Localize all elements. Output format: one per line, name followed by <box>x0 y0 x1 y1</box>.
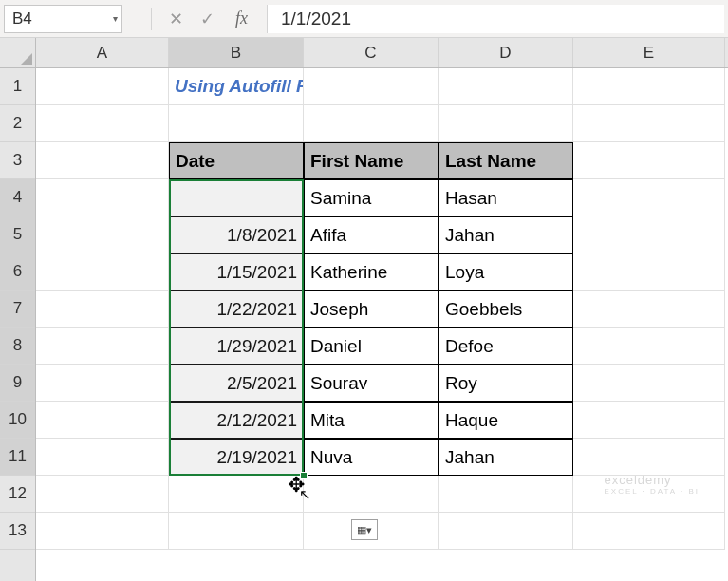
cell-C8[interactable]: Daniel <box>304 328 439 365</box>
cell-A12[interactable] <box>36 476 169 513</box>
spreadsheet-grid: 1 2 3 4 5 6 7 8 9 10 11 12 13 A B C D E … <box>0 38 728 581</box>
cell-E2[interactable] <box>573 105 725 142</box>
cell-A8[interactable] <box>36 328 169 365</box>
select-all-corner[interactable] <box>0 38 36 68</box>
cell-E5[interactable] <box>573 216 725 253</box>
cell-E6[interactable] <box>573 253 725 290</box>
cell-D11[interactable]: Jahan <box>439 439 573 476</box>
cell-B10[interactable]: 2/12/2021 <box>169 402 304 439</box>
cell-E10[interactable] <box>573 402 725 439</box>
column-headers: A B C D E <box>36 38 728 68</box>
formula-bar-row: B4 ▾ ✕ ✓ fx 1/1/2021 <box>0 0 728 38</box>
cell-B1[interactable]: Using Autofill Pattern <box>169 68 304 105</box>
cell-A11[interactable] <box>36 439 169 476</box>
name-box[interactable]: B4 ▾ <box>4 5 122 33</box>
cell-D4[interactable]: Hasan <box>439 179 573 216</box>
formula-value: 1/1/2021 <box>281 9 351 29</box>
confirm-icon[interactable]: ✓ <box>200 9 215 29</box>
cell-D12[interactable] <box>439 476 573 513</box>
cell-E4[interactable] <box>573 179 725 216</box>
cell-B7[interactable]: 1/22/2021 <box>169 290 304 328</box>
cell-C11[interactable]: Nuva <box>304 439 439 476</box>
row-header-3[interactable]: 3 <box>0 142 35 179</box>
cell-D8[interactable]: Defoe <box>439 328 573 365</box>
row-header-1[interactable]: 1 <box>0 68 35 105</box>
cell-A5[interactable] <box>36 216 169 253</box>
cell-D9[interactable]: Roy <box>439 365 573 402</box>
header-last[interactable]: Last Name <box>439 142 573 179</box>
row-header-2[interactable]: 2 <box>0 105 35 142</box>
cell-B13[interactable] <box>169 513 304 550</box>
row-header-12[interactable]: 12 <box>0 476 35 513</box>
row-header-9[interactable]: 9 <box>0 365 35 402</box>
autofill-options-button[interactable]: ▦▾ <box>351 519 378 540</box>
cell-C5[interactable]: Afifa <box>304 216 439 253</box>
cell-C1[interactable] <box>304 68 439 105</box>
header-first[interactable]: First Name <box>304 142 439 179</box>
cell-C10[interactable]: Mita <box>304 402 439 439</box>
cell-C6[interactable]: Katherine <box>304 253 439 290</box>
row-header-10[interactable]: 10 <box>0 402 35 439</box>
cell-A9[interactable] <box>36 365 169 402</box>
cell-B5[interactable]: 1/8/2021 <box>169 216 304 253</box>
cell-C7[interactable]: Joseph <box>304 290 439 328</box>
col-header-B[interactable]: B <box>169 38 304 67</box>
cell-C9[interactable]: Sourav <box>304 365 439 402</box>
cell-A10[interactable] <box>36 402 169 439</box>
col-header-C[interactable]: C <box>304 38 439 67</box>
cell-E1[interactable] <box>573 68 725 105</box>
row-header-6[interactable]: 6 <box>0 253 35 290</box>
name-box-dropdown-icon[interactable]: ▾ <box>113 13 118 24</box>
cells-area[interactable]: Using Autofill Pattern Date First Name L… <box>36 68 728 581</box>
col-header-A[interactable]: A <box>36 38 169 67</box>
cell-B4[interactable]: 1/1/2021 <box>169 179 304 216</box>
cell-A4[interactable] <box>36 179 169 216</box>
cell-D7[interactable]: Goebbels <box>439 290 573 328</box>
cell-B11[interactable]: 2/19/2021 <box>169 439 304 476</box>
row-header-5[interactable]: 5 <box>0 216 35 253</box>
row-header-13[interactable]: 13 <box>0 513 35 550</box>
cell-B12[interactable] <box>169 476 304 513</box>
cell-B2[interactable] <box>169 105 304 142</box>
formula-buttons: ✕ ✓ fx <box>141 8 261 30</box>
cell-B6[interactable]: 1/15/2021 <box>169 253 304 290</box>
row-header-8[interactable]: 8 <box>0 328 35 365</box>
name-box-value: B4 <box>12 9 32 28</box>
col-header-E[interactable]: E <box>573 38 725 67</box>
divider <box>151 8 152 30</box>
row-header-7[interactable]: 7 <box>0 290 35 328</box>
cell-B9[interactable]: 2/5/2021 <box>169 365 304 402</box>
row-header-4[interactable]: 4 <box>0 179 35 216</box>
cell-D13[interactable] <box>439 513 573 550</box>
cell-B8[interactable]: 1/29/2021 <box>169 328 304 365</box>
cell-A2[interactable] <box>36 105 169 142</box>
formula-input[interactable]: 1/1/2021 <box>267 5 724 33</box>
autofill-options-icon: ▦▾ <box>357 524 372 536</box>
cell-A3[interactable] <box>36 142 169 179</box>
cell-D6[interactable]: Loya <box>439 253 573 290</box>
sheet-title: Using Autofill Pattern <box>175 76 304 97</box>
cancel-icon[interactable]: ✕ <box>169 9 183 29</box>
cell-E11[interactable] <box>573 439 725 476</box>
row-header-11[interactable]: 11 <box>0 439 35 476</box>
cell-C12[interactable] <box>304 476 439 513</box>
cell-C4[interactable]: Samina <box>304 179 439 216</box>
cell-E13[interactable] <box>573 513 725 550</box>
cell-A6[interactable] <box>36 253 169 290</box>
cell-A1[interactable] <box>36 68 169 105</box>
cell-C2[interactable] <box>304 105 439 142</box>
cell-D2[interactable] <box>439 105 573 142</box>
cell-E7[interactable] <box>573 290 725 328</box>
cell-E12[interactable] <box>573 476 725 513</box>
fx-icon[interactable]: fx <box>232 9 252 28</box>
cell-A13[interactable] <box>36 513 169 550</box>
cell-E9[interactable] <box>573 365 725 402</box>
cell-E8[interactable] <box>573 328 725 365</box>
cell-D1[interactable] <box>439 68 573 105</box>
header-date[interactable]: Date <box>169 142 304 179</box>
cell-E3[interactable] <box>573 142 725 179</box>
cell-A7[interactable] <box>36 290 169 328</box>
cell-D5[interactable]: Jahan <box>439 216 573 253</box>
cell-D10[interactable]: Haque <box>439 402 573 439</box>
col-header-D[interactable]: D <box>439 38 573 67</box>
